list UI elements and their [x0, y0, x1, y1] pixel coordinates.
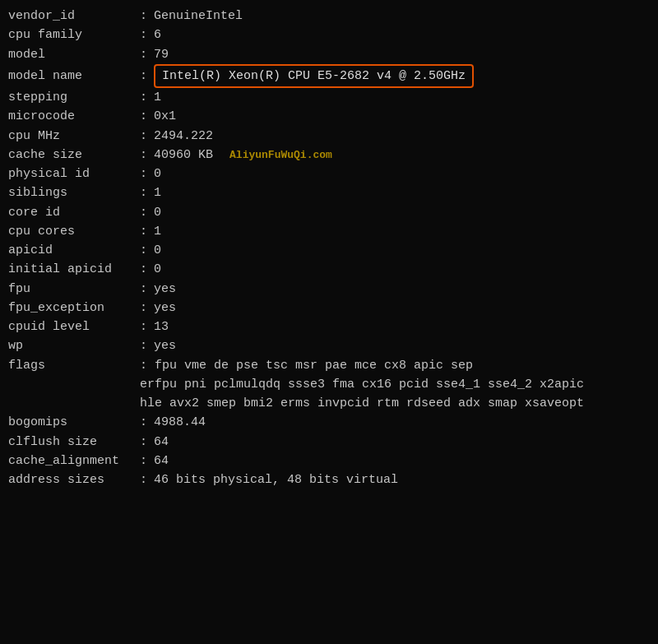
row-key: stepping: [8, 88, 140, 107]
terminal-row-12: apicid: 0: [8, 241, 650, 260]
row-key: cache_alignment: [8, 452, 140, 470]
terminal-row-6: cpu MHz: 2494.222: [8, 127, 650, 146]
row-key: physical id: [8, 164, 140, 183]
row-colon: :: [140, 433, 147, 452]
row-key: microcode: [8, 107, 140, 126]
row-colon: :: [140, 336, 147, 355]
row-value: 1: [154, 183, 161, 202]
row-colon: :: [140, 127, 147, 146]
row-colon: :: [140, 107, 147, 126]
terminal-row-7: cache size: 40960 KBAliyunFuWuQi.com: [8, 146, 650, 164]
terminal-row-21: cache_alignment: 64: [8, 452, 650, 470]
row-value: yes: [154, 280, 176, 299]
row-value: 1: [154, 88, 161, 107]
terminal-row-20: clflush size: 64: [8, 433, 650, 452]
row-colon: :: [140, 280, 147, 299]
row-key: core id: [8, 203, 140, 222]
terminal-row-1: cpu family: 6: [8, 25, 650, 44]
row-colon: :: [140, 146, 147, 164]
row-colon: :: [140, 67, 147, 86]
row-value: 46 bits physical, 48 bits virtual: [154, 470, 398, 489]
terminal-row-3: model name: Intel(R) Xeon(R) CPU E5-2682…: [8, 64, 650, 88]
row-colon: :: [140, 88, 147, 107]
row-colon: :: [140, 45, 147, 64]
row-key: siblings: [8, 183, 140, 202]
row-key: cpu cores: [8, 222, 140, 241]
row-value: 2494.222: [154, 127, 213, 146]
row-value: 1: [154, 222, 161, 241]
row-value: 4988.44: [154, 413, 206, 432]
row-key: model: [8, 45, 140, 64]
row-colon: :: [140, 25, 147, 44]
row-value: GenuineIntel: [154, 7, 243, 25]
row-key: address sizes: [8, 470, 140, 489]
row-key: apicid: [8, 241, 140, 260]
terminal-row-4: stepping: 1: [8, 88, 650, 107]
row-colon: :: [140, 183, 147, 202]
row-key: flags: [8, 356, 140, 375]
row-value: 6: [154, 25, 161, 44]
row-key: cpu MHz: [8, 127, 140, 146]
flags-line-1: erfpu pni pclmulqdq ssse3 fma cx16 pcid …: [140, 375, 650, 394]
row-key: wp: [8, 336, 140, 355]
row-colon: :: [140, 452, 147, 470]
row-key: clflush size: [8, 433, 140, 452]
flags-line-0: : fpu vme de pse tsc msr pae mce cx8 api…: [140, 356, 650, 375]
row-colon: :: [140, 470, 147, 489]
terminal-row-10: core id: 0: [8, 203, 650, 222]
row-key: model name: [8, 67, 140, 86]
row-value: 0: [154, 260, 161, 279]
terminal-row-0: vendor_id: GenuineIntel: [8, 7, 650, 25]
terminal-row-18: flags : fpu vme de pse tsc msr pae mce c…: [8, 356, 650, 414]
row-key: bogomips: [8, 413, 140, 432]
row-colon: :: [140, 222, 147, 241]
row-colon: :: [140, 164, 147, 183]
row-value: 64: [154, 433, 169, 452]
terminal-row-14: fpu: yes: [8, 280, 650, 299]
row-key: cache size: [8, 146, 140, 164]
terminal-row-5: microcode: 0x1: [8, 107, 650, 126]
row-key: vendor_id: [8, 7, 140, 25]
row-colon: :: [140, 317, 147, 336]
terminal-row-19: bogomips: 4988.44: [8, 413, 650, 432]
terminal-row-11: cpu cores: 1: [8, 222, 650, 241]
row-value: yes: [154, 336, 176, 355]
terminal-row-2: model: 79: [8, 45, 650, 64]
flags-line-2: hle avx2 smep bmi2 erms invpcid rtm rdse…: [140, 394, 650, 413]
row-value: 0x1: [154, 107, 176, 126]
row-value: 0: [154, 241, 161, 260]
terminal-row-13: initial apicid: 0: [8, 260, 650, 279]
row-key: cpu family: [8, 25, 140, 44]
row-colon: :: [140, 203, 147, 222]
row-key: fpu_exception: [8, 299, 140, 317]
row-value: 0: [154, 203, 161, 222]
watermark-text: AliyunFuWuQi.com: [229, 149, 332, 161]
terminal-row-9: siblings: 1: [8, 183, 650, 202]
row-value: yes: [154, 299, 176, 317]
row-value: 13: [154, 317, 169, 336]
row-colon: :: [140, 413, 147, 432]
terminal-row-15: fpu_exception: yes: [8, 299, 650, 317]
row-value: 79: [154, 45, 169, 64]
row-colon: :: [140, 7, 147, 25]
row-value: 64: [154, 452, 169, 470]
model-name-value: Intel(R) Xeon(R) CPU E5-2682 v4 @ 2.50GH…: [154, 64, 474, 88]
row-key: cpuid level: [8, 317, 140, 336]
row-colon: :: [140, 299, 147, 317]
row-value: 0: [154, 164, 161, 183]
row-colon: :: [140, 241, 147, 260]
row-colon: :: [140, 260, 147, 279]
row-key: initial apicid: [8, 260, 140, 279]
terminal-output: vendor_id: GenuineIntelcpu family: 6mode…: [8, 7, 650, 489]
terminal-row-8: physical id: 0: [8, 164, 650, 183]
terminal-row-16: cpuid level: 13: [8, 317, 650, 336]
row-key: fpu: [8, 280, 140, 299]
terminal-row-22: address sizes: 46 bits physical, 48 bits…: [8, 470, 650, 489]
terminal-row-17: wp: yes: [8, 336, 650, 355]
row-value: 40960 KB: [154, 148, 213, 162]
